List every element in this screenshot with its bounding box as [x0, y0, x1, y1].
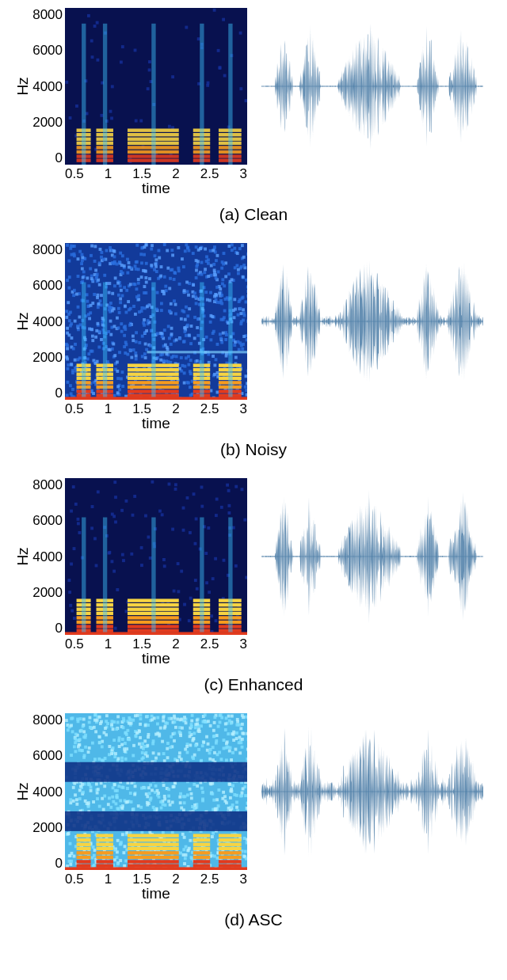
svg-rect-1044: [200, 283, 204, 401]
svg-rect-1165: [189, 597, 193, 600]
svg-rect-2215: [213, 855, 216, 858]
svg-rect-1710: [135, 735, 138, 738]
svg-rect-387: [221, 278, 224, 281]
svg-rect-1132: [207, 526, 210, 530]
svg-rect-2199: [231, 732, 234, 735]
svg-rect-185: [88, 317, 91, 320]
svg-rect-2386: [124, 758, 128, 761]
svg-rect-1779: [205, 735, 208, 739]
svg-rect-1756: [147, 735, 150, 739]
svg-rect-2100: [69, 801, 72, 804]
svg-rect-399: [246, 393, 247, 397]
svg-rect-1498: [217, 788, 220, 792]
svg-rect-279: [189, 342, 193, 345]
svg-rect-1617: [158, 753, 161, 756]
svg-rect-1069: [116, 588, 119, 591]
svg-rect-998: [224, 275, 227, 278]
svg-rect-820: [129, 283, 132, 286]
svg-rect-2346: [209, 748, 212, 751]
svg-rect-2457: [193, 838, 210, 841]
svg-rect-952: [245, 374, 247, 378]
svg-rect-641: [183, 326, 186, 329]
svg-rect-533: [242, 312, 246, 315]
svg-rect-2447: [128, 847, 179, 850]
svg-rect-802: [215, 294, 218, 297]
svg-rect-151: [205, 255, 208, 258]
svg-rect-922: [159, 353, 162, 356]
svg-rect-30: [217, 49, 220, 52]
svg-rect-2095: [113, 783, 116, 786]
svg-rect-2125: [207, 743, 210, 746]
svg-rect-561: [180, 356, 183, 359]
svg-rect-1059: [183, 603, 186, 606]
y-axis-label: Hz: [14, 782, 32, 800]
svg-rect-319: [134, 313, 137, 316]
svg-rect-2249: [88, 721, 91, 724]
svg-rect-2385: [75, 798, 78, 801]
svg-rect-2019: [142, 756, 145, 759]
svg-rect-1139: [223, 559, 226, 562]
svg-rect-1827: [132, 719, 135, 722]
svg-rect-937: [204, 268, 207, 271]
svg-rect-37: [93, 25, 97, 28]
x-axis-label: time: [65, 650, 247, 667]
svg-rect-2325: [197, 727, 200, 731]
svg-rect-2278: [153, 716, 156, 720]
svg-rect-958: [216, 371, 219, 374]
svg-rect-792: [143, 318, 146, 321]
svg-rect-1137: [243, 518, 246, 522]
svg-rect-967: [144, 243, 147, 246]
svg-rect-949: [116, 391, 120, 394]
svg-rect-2063: [82, 725, 85, 728]
svg-rect-639: [175, 338, 178, 341]
svg-rect-1071: [161, 513, 164, 516]
svg-rect-252: [119, 284, 122, 287]
svg-rect-2287: [164, 803, 167, 807]
svg-rect-1062: [180, 570, 183, 573]
svg-rect-2205: [78, 743, 81, 746]
spectrogram-plot: [65, 243, 247, 400]
svg-rect-920: [120, 330, 124, 333]
svg-rect-666: [212, 249, 215, 253]
svg-rect-597: [160, 309, 163, 312]
svg-rect-1939: [69, 842, 72, 845]
y-tick: 0: [55, 386, 63, 400]
svg-rect-2141: [162, 720, 165, 723]
svg-rect-351: [150, 248, 153, 251]
svg-rect-187: [216, 391, 219, 394]
svg-rect-459: [182, 340, 185, 344]
svg-rect-1338: [112, 786, 115, 789]
svg-rect-2132: [189, 743, 192, 746]
svg-rect-1998: [241, 792, 244, 795]
svg-rect-21: [168, 125, 171, 128]
svg-rect-1509: [231, 751, 234, 754]
svg-rect-2235: [176, 759, 179, 762]
svg-rect-2090: [182, 808, 185, 811]
svg-rect-1368: [111, 796, 114, 799]
svg-rect-368: [189, 386, 192, 389]
svg-rect-690: [107, 348, 110, 351]
svg-rect-487: [184, 318, 187, 321]
svg-rect-344: [192, 252, 195, 255]
svg-rect-749: [124, 341, 128, 344]
svg-rect-2462: [219, 851, 242, 854]
svg-rect-1451: [167, 795, 170, 798]
svg-rect-898: [183, 289, 186, 292]
svg-rect-2309: [128, 722, 131, 725]
svg-rect-0: [65, 8, 247, 165]
svg-rect-1458: [201, 744, 204, 747]
svg-rect-527: [182, 265, 185, 268]
svg-rect-51: [110, 116, 113, 120]
svg-rect-977: [81, 267, 84, 270]
svg-rect-744: [169, 277, 172, 280]
svg-rect-2421: [112, 746, 115, 750]
svg-rect-2442: [96, 834, 112, 837]
svg-rect-1552: [90, 789, 93, 792]
svg-rect-1134: [147, 535, 151, 538]
svg-rect-878: [178, 337, 181, 340]
svg-rect-1067: [140, 564, 143, 567]
svg-rect-1363: [100, 781, 103, 784]
svg-rect-2367: [217, 804, 220, 807]
svg-rect-144: [223, 310, 227, 313]
svg-rect-987: [76, 325, 79, 328]
